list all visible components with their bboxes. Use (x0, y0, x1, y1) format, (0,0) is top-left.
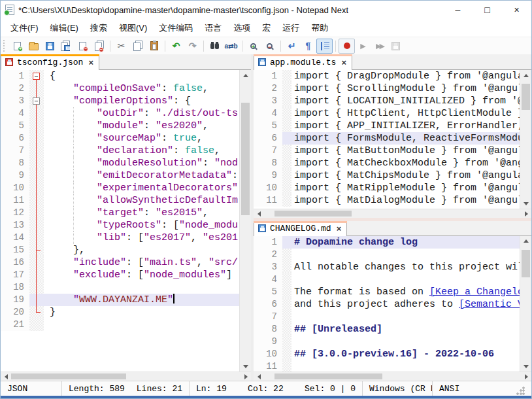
scroll-down-button[interactable] (520, 198, 531, 209)
tab-tsconfig-json[interactable]: tsconfig.json × (1, 54, 99, 70)
fold-collapse-icon[interactable] (33, 73, 40, 80)
close-button[interactable]: × (502, 1, 531, 19)
fold-margin[interactable] (29, 70, 44, 82)
fold-margin[interactable] (29, 120, 44, 132)
horizontal-scrollbar[interactable] (1, 372, 251, 381)
code-line-10[interactable]: 10import { MatRippleModule } from '@angu… (254, 182, 520, 194)
code-line-3[interactable]: 3All notable changes to this project wil… (254, 261, 520, 273)
menu-item-1[interactable]: 编辑(E) (44, 20, 84, 37)
cut-icon[interactable]: ✂ (113, 39, 129, 54)
scroll-left-button[interactable] (254, 372, 264, 381)
paste-icon[interactable] (146, 39, 162, 54)
scroll-thumb[interactable] (522, 250, 530, 277)
fold-margin[interactable] (29, 281, 44, 294)
code-line-4[interactable]: 4 (254, 273, 520, 286)
tab-close-icon[interactable]: × (88, 58, 93, 67)
code-line-2[interactable]: 2import { ScrollingModule } from '@angul (254, 82, 520, 95)
toolbar-grip[interactable] (3, 40, 7, 52)
code-line-15[interactable]: 15 }, (1, 244, 239, 256)
code-line-1[interactable]: 1import { DragDropModule } from '@angula (254, 70, 520, 82)
tab-close-icon[interactable]: × (341, 58, 346, 67)
redo-icon[interactable]: ↷ (184, 39, 201, 54)
vertical-scrollbar[interactable] (520, 70, 531, 209)
fold-margin[interactable] (29, 132, 44, 145)
code-line-1[interactable]: 1{ (1, 70, 239, 82)
scroll-right-button[interactable] (521, 372, 531, 381)
find-icon[interactable] (207, 39, 223, 54)
code-line-17[interactable]: 17 "exclude": ["node_modules"] (1, 269, 239, 281)
code-line-6[interactable]: 6import { FormsModule, ReactiveFormsModu (254, 132, 520, 145)
fold-margin[interactable] (29, 95, 44, 107)
fold-margin[interactable] (29, 169, 44, 182)
menu-item-3[interactable]: 视图(V) (113, 20, 153, 37)
zoom-out-icon[interactable]: − (261, 39, 278, 54)
fold-margin[interactable] (29, 82, 44, 95)
scroll-thumb[interactable] (522, 84, 530, 110)
fold-margin[interactable] (29, 269, 44, 281)
code-line-6[interactable]: 6and this project adheres to [Semantic V… (254, 298, 520, 311)
fold-margin[interactable] (29, 194, 44, 207)
fold-margin[interactable] (29, 207, 44, 219)
scroll-left-button[interactable] (254, 209, 264, 218)
horizontal-scrollbar[interactable] (254, 372, 531, 381)
resize-grip-icon[interactable] (516, 387, 525, 396)
code-line-5[interactable]: 5 "module": "es2020", (1, 120, 239, 132)
code-line-8[interactable]: 8import { MatCheckboxModule } from '@ang (254, 157, 520, 169)
fold-margin[interactable] (29, 219, 44, 232)
copy-icon[interactable] (129, 39, 146, 54)
code-line-9[interactable]: 9 "emitDecoratorMetadata": (1, 169, 239, 182)
menu-item-2[interactable]: 搜索 (84, 20, 113, 37)
maximize-button[interactable]: □ (473, 1, 502, 19)
editor-app-module[interactable]: 1import { DragDropModule } from '@angula… (254, 70, 531, 209)
tab-close-icon[interactable]: × (337, 224, 342, 233)
scroll-down-button[interactable] (520, 361, 531, 372)
code-line-3[interactable]: 3 "compilerOptions": { (1, 95, 239, 107)
code-line-19[interactable]: 19 "WWW.DAYANZAI.ME" (1, 294, 239, 306)
code-line-3[interactable]: 3import { LOCATION_INITIALIZED } from '@ (254, 95, 520, 107)
word-wrap-icon[interactable]: ↵ (284, 39, 300, 54)
code-line-11[interactable]: 11 "allowSyntheticDefaultIm (1, 194, 239, 207)
show-all-characters-icon[interactable]: ¶ (300, 39, 316, 54)
record-macro-icon[interactable] (339, 39, 355, 54)
code-line-12[interactable]: 12 "target": "es2015", (1, 207, 239, 219)
scroll-up-button[interactable] (520, 70, 531, 80)
zoom-in-icon[interactable]: + (245, 39, 261, 54)
code-line-10[interactable]: 10 "experimentalDecorators" (1, 182, 239, 194)
code-line-11[interactable]: 11 (254, 360, 520, 372)
code-line-7[interactable]: 7 "declaration": false, (1, 145, 239, 157)
tab-changelog-md[interactable]: CHANGELOG.md × (254, 221, 347, 236)
code-line-10[interactable]: 10## [3.0.0-preview.16] - 2022-10-06 (254, 348, 520, 360)
scroll-down-button[interactable] (240, 361, 251, 372)
code-line-2[interactable]: 2 (254, 249, 520, 261)
fold-margin[interactable] (29, 107, 44, 120)
fold-margin[interactable] (29, 256, 44, 269)
code-line-4[interactable]: 4 "outDir": "./dist/out-ts (1, 107, 239, 120)
scroll-thumb[interactable] (274, 373, 382, 379)
scroll-up-button[interactable] (520, 236, 531, 247)
scroll-thumb[interactable] (11, 373, 126, 379)
code-line-8[interactable]: 8 "moduleResolution": "nod (1, 157, 239, 169)
close-all-icon[interactable]: − (91, 39, 107, 54)
code-line-6[interactable]: 6 "sourceMap": true, (1, 132, 239, 145)
fold-margin[interactable] (29, 232, 44, 244)
fold-margin[interactable] (29, 306, 44, 319)
fold-margin[interactable] (29, 244, 44, 256)
vertical-scrollbar[interactable] (239, 70, 251, 372)
code-line-1[interactable]: 1# Dopamine change log (254, 236, 520, 249)
fold-margin[interactable] (29, 145, 44, 157)
save-file-icon[interactable] (42, 39, 58, 54)
editor-tsconfig[interactable]: 1{2 "compileOnSave": false,3 "compilerOp… (1, 70, 251, 372)
fold-margin[interactable] (29, 182, 44, 194)
minimize-button[interactable]: – (443, 1, 473, 19)
code-line-5[interactable]: 5The format is based on [Keep a Changelo… (254, 286, 520, 298)
menu-item-5[interactable]: 语言 (199, 20, 227, 37)
save-all-icon[interactable] (58, 39, 75, 54)
fold-margin[interactable] (29, 319, 44, 331)
replace-icon[interactable]: a⇄b (223, 39, 239, 54)
code-line-13[interactable]: 13 "typeRoots": ["node_modu (1, 219, 239, 232)
undo-icon[interactable]: ↶ (168, 39, 184, 54)
code-line-9[interactable]: 9 (254, 336, 520, 348)
scroll-right-button[interactable] (521, 209, 531, 218)
close-file-icon[interactable]: − (75, 39, 91, 54)
code-line-11[interactable]: 11import { MatDialogModule } from '@angu… (254, 194, 520, 207)
